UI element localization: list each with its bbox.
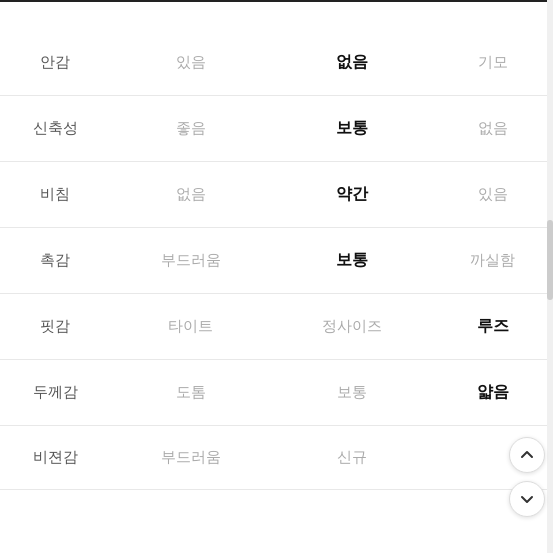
scrollbar xyxy=(547,0,553,553)
table-row: 신축성좋음보통없음 xyxy=(0,96,553,162)
row-option[interactable]: 도톰 xyxy=(110,360,271,426)
row-option[interactable]: 루즈 xyxy=(432,294,553,360)
table-row: 비침없음약간있음 xyxy=(0,162,553,228)
main-container: 안감있음없음기모신축성좋음보통없음비침없음약간있음촉감부드러움보통까실함핏감타이… xyxy=(0,0,553,553)
row-option[interactable]: 까실함 xyxy=(432,228,553,294)
row-option[interactable]: 부드러움 xyxy=(110,228,271,294)
top-border xyxy=(0,0,553,2)
row-label: 안감 xyxy=(0,30,110,96)
attributes-table: 안감있음없음기모신축성좋음보통없음비침없음약간있음촉감부드러움보통까실함핏감타이… xyxy=(0,30,553,490)
table-row: 촉감부드러움보통까실함 xyxy=(0,228,553,294)
row-option[interactable]: 부드러움 xyxy=(110,426,271,490)
row-label: 두께감 xyxy=(0,360,110,426)
table-row: 핏감타이트정사이즈루즈 xyxy=(0,294,553,360)
table-row: 안감있음없음기모 xyxy=(0,30,553,96)
row-label: 신축성 xyxy=(0,96,110,162)
row-option[interactable]: 약간 xyxy=(271,162,432,228)
row-option[interactable]: 보통 xyxy=(271,96,432,162)
row-option[interactable]: 있음 xyxy=(432,162,553,228)
row-label: 촉감 xyxy=(0,228,110,294)
row-option[interactable]: 얇음 xyxy=(432,360,553,426)
scroll-down-button[interactable] xyxy=(509,481,545,517)
row-option[interactable]: 신규 xyxy=(271,426,432,490)
row-option[interactable]: 없음 xyxy=(110,162,271,228)
row-label: 비젼감 xyxy=(0,426,110,490)
row-option[interactable]: 없음 xyxy=(271,30,432,96)
row-option[interactable]: 없음 xyxy=(432,96,553,162)
table-row: 비젼감부드러움신규 xyxy=(0,426,553,490)
row-option[interactable]: 타이트 xyxy=(110,294,271,360)
row-option[interactable]: 정사이즈 xyxy=(271,294,432,360)
row-label: 비침 xyxy=(0,162,110,228)
table-row: 두께감도톰보통얇음 xyxy=(0,360,553,426)
scroll-up-button[interactable] xyxy=(509,437,545,473)
row-option[interactable]: 기모 xyxy=(432,30,553,96)
row-option[interactable]: 있음 xyxy=(110,30,271,96)
row-option[interactable]: 보통 xyxy=(271,360,432,426)
scrollbar-thumb[interactable] xyxy=(547,220,553,300)
row-option[interactable]: 보통 xyxy=(271,228,432,294)
row-label: 핏감 xyxy=(0,294,110,360)
row-option[interactable]: 좋음 xyxy=(110,96,271,162)
